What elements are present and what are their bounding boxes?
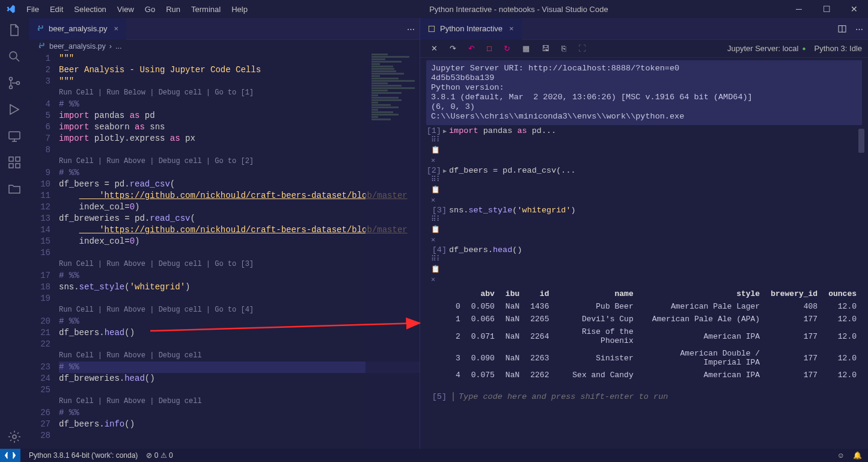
run-debug-icon[interactable] — [7, 102, 22, 117]
svg-point-2 — [10, 86, 13, 89]
code-editor[interactable]: 123 45678 910111213141516 171819 202122 … — [29, 53, 420, 449]
save-icon[interactable]: 🖫 — [542, 44, 549, 53]
python-file-icon — [37, 42, 46, 51]
dataframe-output: abv ibu id name style brewery_id ounces … — [450, 288, 862, 381]
vscode-logo — [0, 4, 22, 14]
left-tabs: beer_analysis.py × ⋯ — [29, 18, 420, 40]
menu-view[interactable]: View — [112, 2, 139, 16]
svg-point-3 — [17, 82, 20, 85]
window-title: Python Interactive - notebooks - Visual … — [252, 5, 785, 14]
line-numbers: 123 45678 910111213141516 171819 202122 … — [29, 53, 59, 449]
cell-actions-2[interactable]: ⠿⠇📋✕ — [431, 175, 862, 205]
tab-beer-analysis[interactable]: beer_analysis.py × — [29, 18, 126, 40]
scrollbar-marker[interactable] — [858, 129, 864, 153]
svg-point-0 — [10, 52, 17, 59]
table-row: 00.050NaN1436Pub BeerAmerican Pale Lager… — [450, 300, 862, 313]
folder-icon[interactable] — [7, 182, 22, 196]
close-icon[interactable]: × — [509, 24, 514, 33]
titlebar: File Edit Selection View Go Run Terminal… — [0, 0, 868, 18]
python-kernel-status[interactable]: Python 3: Idle — [815, 44, 863, 53]
code-input[interactable] — [453, 392, 862, 401]
dataframe-table: abv ibu id name style brewery_id ounces … — [450, 288, 862, 381]
more-actions-icon[interactable]: ⋯ — [855, 25, 863, 34]
server-info: Jupyter Server URI: http://localhost:888… — [426, 60, 862, 125]
variables-icon[interactable]: ▦ — [522, 44, 530, 53]
svg-point-10 — [39, 26, 40, 26]
breadcrumb-sep: › — [109, 42, 112, 51]
vscode-icon — [6, 4, 16, 14]
svg-rect-4 — [9, 132, 20, 139]
close-button[interactable]: ✕ — [840, 0, 868, 18]
svg-rect-8 — [16, 157, 20, 161]
cell-code-4[interactable]: df_beers.head() — [449, 245, 522, 254]
activity-bar — [0, 18, 29, 449]
cell-code-3[interactable]: sns.set_style('whitegrid') — [449, 206, 576, 215]
redo-icon[interactable]: ↷ — [450, 44, 456, 53]
tab-label: Python Interactive — [440, 24, 503, 33]
explorer-icon[interactable] — [7, 23, 22, 37]
tab-python-interactive[interactable]: Python Interactive × — [420, 18, 522, 40]
breadcrumb[interactable]: beer_analysis.py › ... — [29, 40, 420, 53]
menu-help[interactable]: Help — [227, 2, 252, 16]
svg-rect-7 — [16, 164, 20, 168]
expand-icon[interactable]: ⛶ — [578, 44, 586, 53]
remote-indicator[interactable] — [0, 449, 20, 462]
input-idx: [5] — [426, 392, 449, 401]
table-row: 40.075NaN2262Sex and CandyAmerican IPA17… — [450, 369, 862, 381]
settings-gear-icon[interactable] — [7, 430, 22, 444]
restart-icon[interactable]: ↻ — [504, 44, 510, 53]
status-problems[interactable]: ⊘ 0 ⚠ 0 — [146, 451, 173, 460]
tab-label: beer_analysis.py — [49, 24, 108, 33]
cell-idx-3: [3] — [426, 206, 449, 215]
source-control-icon[interactable] — [7, 76, 22, 90]
close-icon[interactable]: × — [114, 24, 119, 33]
menu-run[interactable]: Run — [161, 2, 185, 16]
interactive-toolbar: ✕ ↷ ↶ □ ↻ ▦ 🖫 ⎘ ⛶ Jupyter Server: local … — [420, 40, 868, 58]
svg-point-1 — [10, 78, 13, 81]
right-tabs: Python Interactive × ⋯ — [420, 18, 868, 40]
cell-actions-3[interactable]: ⠿⠇📋✕ — [431, 215, 862, 244]
jupyter-icon — [427, 25, 436, 33]
export-icon[interactable]: ⎘ — [561, 44, 566, 53]
cell-code-1[interactable]: import pandas as pd... — [449, 126, 556, 135]
breadcrumb-file: beer_analysis.py — [49, 42, 106, 51]
table-row: 30.090NaN2263SinisterAmerican Double / I… — [450, 347, 862, 369]
menu-terminal[interactable]: Terminal — [186, 2, 225, 16]
remote-icon — [5, 451, 16, 460]
cell-idx-4: [4] — [426, 245, 449, 254]
svg-rect-11 — [429, 26, 434, 31]
menu-go[interactable]: Go — [140, 2, 160, 16]
notifications-icon[interactable]: 🔔 — [853, 451, 862, 460]
more-actions-icon[interactable]: ⋯ — [407, 25, 415, 34]
editor-group-left: beer_analysis.py × ⋯ beer_analysis.py › … — [29, 18, 420, 449]
window-controls: ─ ☐ ✕ — [785, 0, 868, 18]
extensions-icon[interactable] — [7, 155, 22, 170]
stop-icon[interactable]: □ — [487, 44, 492, 53]
menu-selection[interactable]: Selection — [69, 2, 111, 16]
feedback-icon[interactable]: ☺ — [837, 451, 845, 460]
maximize-button[interactable]: ☐ — [813, 0, 840, 18]
search-icon[interactable] — [7, 49, 22, 64]
cell-idx-1: [1]▶ — [426, 126, 449, 135]
delete-cells-icon[interactable]: ✕ — [431, 44, 438, 53]
minimize-button[interactable]: ─ — [785, 0, 813, 18]
menu-edit[interactable]: Edit — [45, 2, 68, 16]
split-editor-icon[interactable] — [837, 24, 847, 34]
remote-explorer-icon[interactable] — [7, 129, 22, 143]
interactive-output[interactable]: Jupyter Server URI: http://localhost:888… — [420, 58, 868, 449]
status-python[interactable]: Python 3.8.1 64-bit ('work': conda) — [29, 451, 138, 460]
status-bar: Python 3.8.1 64-bit ('work': conda) ⊘ 0 … — [0, 449, 868, 462]
minimap[interactable] — [365, 53, 420, 449]
table-row: 10.066NaN2265Devil's CupAmerican Pale Al… — [450, 313, 862, 325]
svg-rect-6 — [9, 164, 13, 168]
cell-code-2[interactable]: df_beers = pd.read_csv(... — [449, 166, 576, 175]
cell-actions-4[interactable]: ⠿⠇📋✕ — [431, 254, 862, 284]
menu-file[interactable]: File — [22, 2, 44, 16]
status-dot-icon: ● — [802, 45, 805, 52]
interactive-input[interactable]: [5] — [426, 392, 862, 401]
python-file-icon — [36, 25, 44, 33]
undo-icon[interactable]: ↶ — [468, 44, 475, 53]
jupyter-server-status[interactable]: Jupyter Server: local ● — [727, 44, 806, 53]
cell-actions-1[interactable]: ⠿⠇📋✕ — [431, 135, 862, 165]
svg-point-9 — [13, 435, 16, 439]
